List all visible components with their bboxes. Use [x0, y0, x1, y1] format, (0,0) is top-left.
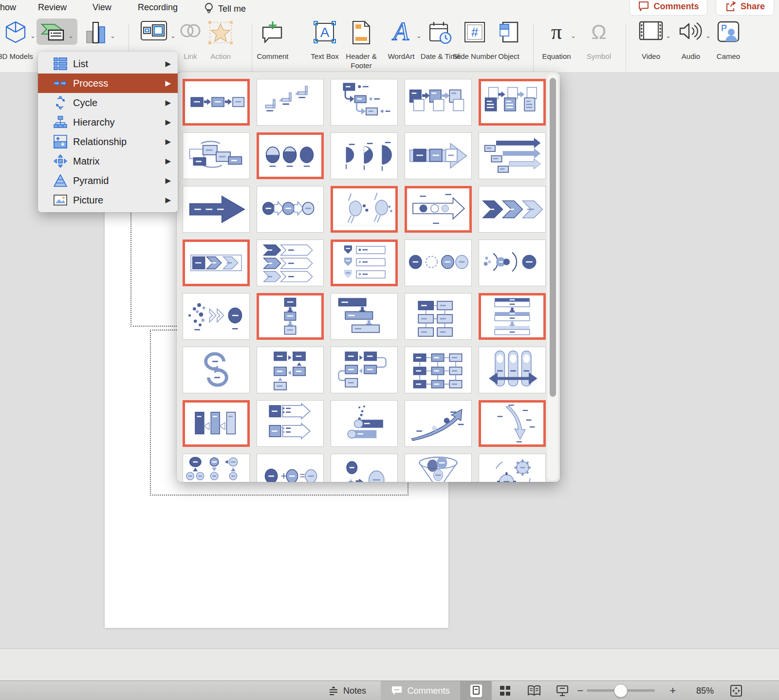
- smartart-tile-process-arrows[interactable]: [405, 132, 472, 179]
- smartart-tile-repeating-bending-process[interactable]: [183, 347, 250, 393]
- smartart-tile-continuous-circle-process[interactable]: [405, 239, 472, 286]
- smartart-tile-process-list[interactable]: [257, 400, 324, 447]
- smartart-tile-arrow-circles[interactable]: [405, 186, 472, 233]
- video-chevron-down-icon[interactable]: ⌄: [666, 32, 671, 39]
- smartart-tile-drop-list-process[interactable]: [183, 454, 250, 482]
- smartart-tile-basic-process[interactable]: [183, 79, 250, 126]
- vertical-block-list-thumbnail: [481, 295, 543, 337]
- vertical-bending-block-process-thumbnail: [257, 347, 323, 393]
- cameo-button[interactable]: P: [716, 20, 741, 45]
- smartart-menu-item-hierarchy[interactable]: Hierarchy▶: [38, 112, 178, 132]
- zoom-level[interactable]: 85%: [690, 681, 720, 700]
- 3d-models-chevron-down-icon[interactable]: ⌄: [30, 32, 36, 39]
- tab-tell-me[interactable]: Tell me: [204, 2, 246, 15]
- gallery-scrollbar-thumb[interactable]: [550, 78, 556, 397]
- smartart-tile-plus-arrow-process[interactable]: +: [331, 454, 398, 482]
- 3d-models-button[interactable]: [3, 20, 28, 46]
- zoom-slider-thumb[interactable]: [614, 684, 628, 698]
- comments-toggle[interactable]: Comments: [381, 681, 460, 700]
- smartart-menu: List▶Process▶Cycle▶Hierarchy▶Relationshi…: [38, 52, 178, 212]
- smartart-menu-item-cycle[interactable]: Cycle▶: [38, 93, 178, 112]
- slide-sorter-view-button[interactable]: [493, 681, 518, 700]
- smartart-tile-basic-chevron-process[interactable]: [479, 186, 546, 233]
- smartart-tile-converging-process[interactable]: [183, 293, 250, 340]
- smartart-menu-item-picture[interactable]: Picture▶: [38, 190, 178, 210]
- wordart-button[interactable]: A: [388, 20, 414, 46]
- smartart-tile-vertical-bending-block-process[interactable]: [257, 347, 324, 393]
- smartart-menu-item-relationship[interactable]: Relationship▶: [38, 132, 178, 151]
- smartart-tile-vertical-arrow-list[interactable]: [331, 239, 398, 286]
- reading-view-button[interactable]: [521, 681, 547, 700]
- smartart-tile-funnel-process[interactable]: [405, 454, 472, 482]
- smartart-tile-bending-process-connectors[interactable]: [331, 347, 398, 393]
- bending-process-connectors-thumbnail: [331, 347, 397, 393]
- slidenum-icon: #: [463, 20, 487, 46]
- smartart-tile-closed-chevron-process[interactable]: [183, 239, 250, 286]
- smartart-tile-circle-arrow-process[interactable]: [257, 186, 324, 233]
- equation-button[interactable]: π: [544, 20, 569, 45]
- smartart-menu-item-list[interactable]: List▶: [38, 54, 178, 74]
- smartart-tile-vertical-bending-process[interactable]: [331, 79, 398, 126]
- notes-toggle[interactable]: Notes: [315, 681, 379, 700]
- smartart-tile-picture-list-process[interactable]: [479, 79, 546, 126]
- tab-review[interactable]: Review: [38, 2, 67, 13]
- smartart-tile-circle-process[interactable]: [257, 132, 324, 179]
- smartart-tile-interconnected-block-process[interactable]: [405, 347, 472, 393]
- smartart-tile-sub-step-process[interactable]: [183, 400, 250, 447]
- smartart-tile-gear-process[interactable]: [479, 454, 546, 482]
- smartart-tile-alternating-picture-blocks[interactable]: [405, 79, 472, 126]
- screenshot-chevron-down-icon[interactable]: ⌄: [170, 32, 176, 39]
- slide-show-button[interactable]: [549, 681, 575, 700]
- text-box-button[interactable]: A: [313, 20, 337, 46]
- wordart-chevron-down-icon[interactable]: ⌄: [416, 32, 422, 39]
- smartart-tile-chevron-list[interactable]: [257, 239, 324, 286]
- header-footer-button[interactable]: [349, 20, 373, 47]
- zoom-out-button[interactable]: −: [574, 681, 587, 700]
- interconnected-block-process-thumbnail: [405, 347, 471, 393]
- cameo-icon: P: [716, 20, 741, 45]
- smartart-tile-descending-arrow[interactable]: [479, 400, 546, 447]
- smartart-tile-staggered-process[interactable]: [331, 293, 398, 340]
- comments-button[interactable]: Comments: [630, 0, 707, 16]
- smartart-tile-alternating-flow[interactable]: [183, 132, 250, 179]
- audio-chevron-down-icon[interactable]: ⌄: [705, 32, 711, 39]
- chart-chevron-down-icon[interactable]: ⌄: [110, 32, 115, 39]
- date-time-button[interactable]: [428, 20, 453, 47]
- equation-chevron-down-icon[interactable]: ⌄: [571, 32, 576, 39]
- smartart-menu-item-process[interactable]: Process▶: [38, 74, 178, 93]
- smartart-tile-step-up-process[interactable]: [257, 79, 324, 126]
- smartart-tile-equation-process[interactable]: +=: [257, 454, 324, 482]
- tab-view[interactable]: View: [93, 2, 111, 13]
- chart-button[interactable]: [84, 20, 108, 47]
- tab-slide-show[interactable]: how: [0, 2, 16, 13]
- smartart-tile-circle-accent-process[interactable]: [331, 186, 398, 233]
- audio-button[interactable]: [678, 20, 704, 44]
- comment-button[interactable]: [260, 20, 285, 46]
- object-button[interactable]: [498, 20, 520, 46]
- menu-item-label: Picture: [73, 195, 103, 206]
- fit-slide-button[interactable]: [725, 681, 747, 700]
- smartart-tile-arrow-ribbon[interactable]: [183, 186, 250, 233]
- smartart-chevron-down-icon[interactable]: ⌄: [68, 32, 74, 39]
- zoom-in-button[interactable]: +: [666, 681, 680, 700]
- slide-number-button[interactable]: #: [463, 20, 487, 46]
- smartart-tile-ascending-process[interactable]: [331, 400, 398, 447]
- normal-view-button[interactable]: [460, 681, 492, 700]
- smartart-tile-half-circle-process[interactable]: [331, 132, 398, 179]
- screenshot-button[interactable]: [139, 20, 168, 43]
- smartart-tile-vertical-block-list[interactable]: [479, 293, 546, 340]
- share-button[interactable]: Share: [716, 0, 774, 16]
- smartart-tile-increasing-arrows[interactable]: [479, 132, 546, 179]
- tab-recording[interactable]: Recording: [138, 2, 178, 13]
- submenu-arrow-icon: ▶: [165, 176, 171, 185]
- smartart-menu-item-pyramid[interactable]: Pyramid▶: [38, 171, 178, 190]
- smartart-tile-detailed-process[interactable]: [405, 293, 472, 340]
- video-button[interactable]: [638, 20, 664, 43]
- smartart-button[interactable]: [39, 20, 66, 45]
- smartart-tile-upward-arrow[interactable]: [405, 400, 472, 447]
- smartart-menu-item-matrix[interactable]: Matrix▶: [38, 151, 178, 171]
- smartart-tile-vertical-panel-arrow[interactable]: [479, 347, 546, 393]
- smartart-tile-vertical-process[interactable]: [257, 293, 324, 340]
- menu-item-label: Process: [73, 78, 108, 89]
- smartart-tile-phased-process[interactable]: [479, 239, 546, 286]
